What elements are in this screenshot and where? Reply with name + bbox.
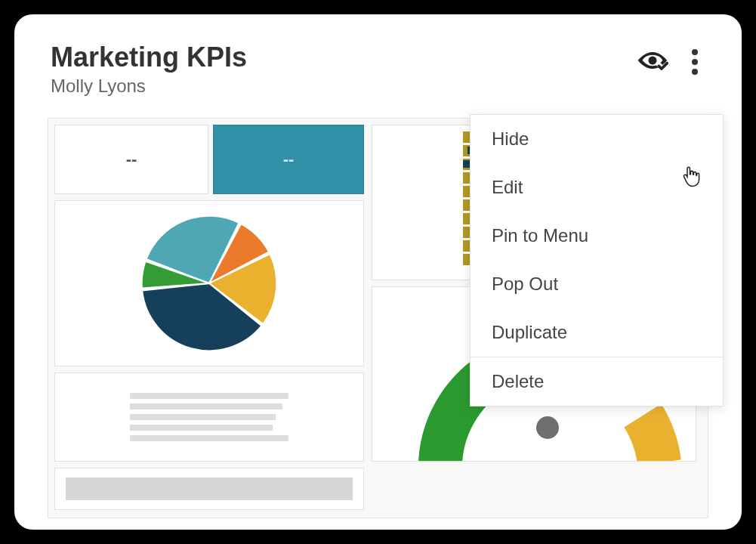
pointer-cursor-icon xyxy=(681,165,701,188)
pie-chart xyxy=(137,212,281,355)
card-header: Marketing KPIs Molly Lyons xyxy=(14,14,742,106)
text-list-placeholder xyxy=(130,388,289,446)
dashboard-card: Marketing KPIs Molly Lyons -- -- xyxy=(14,14,742,530)
pie-chart-tile[interactable] xyxy=(54,200,364,366)
context-menu: HideEditPin to MenuPop OutDuplicateDelet… xyxy=(470,114,724,406)
kpi-2-value: -- xyxy=(283,150,295,169)
menu-item-pin-to-menu[interactable]: Pin to Menu xyxy=(471,212,723,260)
kpi-tile-2[interactable]: -- xyxy=(213,125,364,194)
menu-item-hide[interactable]: Hide xyxy=(471,115,723,163)
grey-bar-placeholder xyxy=(66,478,353,500)
titles: Marketing KPIs Molly Lyons xyxy=(51,42,247,97)
more-menu-button[interactable] xyxy=(689,46,701,78)
kpi-tile-1[interactable]: -- xyxy=(54,125,208,194)
visibility-eye-icon[interactable] xyxy=(636,48,669,76)
page-title: Marketing KPIs xyxy=(51,42,247,73)
kpi-1-value: -- xyxy=(126,150,137,169)
header-actions xyxy=(636,46,701,78)
menu-item-pop-out[interactable]: Pop Out xyxy=(471,260,723,308)
menu-item-delete[interactable]: Delete xyxy=(471,357,723,406)
svg-point-0 xyxy=(649,57,657,65)
svg-point-1 xyxy=(536,416,559,439)
page-subtitle: Molly Lyons xyxy=(51,76,247,97)
text-list-tile[interactable] xyxy=(54,372,364,462)
menu-item-duplicate[interactable]: Duplicate xyxy=(471,308,723,357)
bottom-bar-tile[interactable] xyxy=(54,468,364,510)
